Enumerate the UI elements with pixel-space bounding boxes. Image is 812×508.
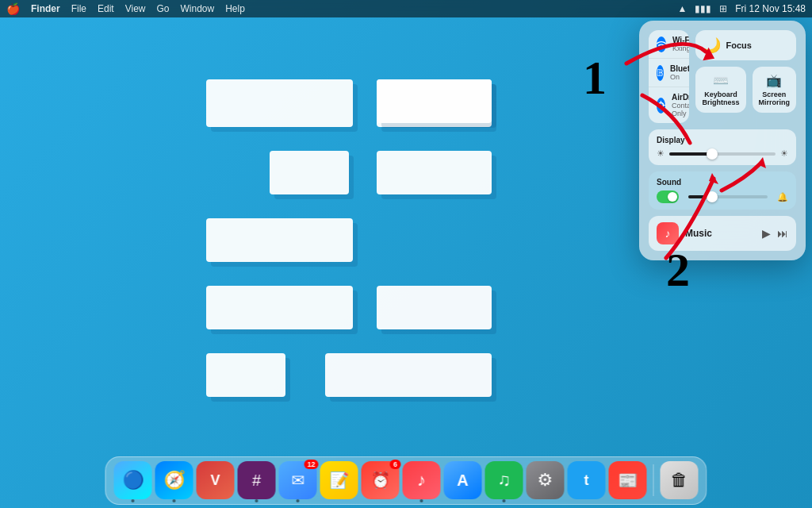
cc-upper-row: Wi-Fi KxingDom 𝔹 Bluetooth On [649, 30, 796, 123]
mail-badge: 12 [304, 460, 318, 469]
volume-track[interactable] [688, 195, 768, 198]
keyboard-brightness-tile[interactable]: ⌨️ KeyboardBrightness [695, 67, 745, 113]
airdrop-tile[interactable]: AirDrop Contacts Only [649, 87, 689, 123]
brightness-low-icon: ☀ [657, 148, 665, 159]
control-center-icon[interactable]: ⊞ [719, 3, 727, 14]
airdrop-text: AirDrop Contacts Only [672, 93, 689, 117]
dock-vivaldi[interactable]: V [197, 461, 235, 499]
display-section: Display ☀ ☀ [649, 129, 796, 165]
screen-mirroring-tile[interactable]: 📺 ScreenMirroring [753, 67, 797, 113]
airdrop-label: AirDrop [672, 93, 689, 102]
cc-right-stack: 🌙 Focus ⌨️ KeyboardBrightness 📺 ScreenMi… [695, 30, 796, 123]
focus-label: Focus [726, 40, 751, 50]
dock-spotify[interactable]: ♫ [485, 461, 523, 499]
display-slider-thumb[interactable] [707, 148, 718, 160]
keyboard-label: KeyboardBrightness [702, 90, 739, 106]
dock-separator [653, 464, 654, 496]
wifi-tile[interactable]: Wi-Fi KxingDom [649, 30, 689, 59]
sound-toggle[interactable] [657, 190, 679, 203]
bluetooth-sublabel: On [670, 73, 689, 81]
desktop-decoration [206, 79, 571, 492]
menu-view[interactable]: View [125, 3, 146, 14]
dock-appstore[interactable]: A [444, 461, 482, 499]
cc-connectivity-stack: Wi-Fi KxingDom 𝔹 Bluetooth On [649, 30, 689, 123]
sound-label: Sound [657, 178, 788, 187]
control-center-panel: Wi-Fi KxingDom 𝔹 Bluetooth On [639, 21, 806, 260]
dock-finder[interactable]: 🔵 [114, 461, 152, 499]
screen-mirror-icon: 📺 [766, 73, 782, 88]
airdrop-icon [657, 98, 665, 114]
focus-icon: 🌙 [703, 37, 721, 54]
menubar-right: ▲ ▮▮▮ ⊞ Fri 12 Nov 15:48 [677, 3, 806, 14]
dock-reminders[interactable]: ⏰ 6 [362, 461, 400, 499]
bluetooth-icon: 𝔹 [657, 65, 664, 81]
focus-tile[interactable]: 🌙 Focus [695, 30, 796, 60]
dock-music-dot [420, 499, 423, 502]
display-label: Display [657, 136, 788, 144]
menu-go[interactable]: Go [157, 3, 170, 14]
wifi-menubar-icon[interactable]: ▲ [677, 3, 687, 14]
bluetooth-label: Bluetooth [670, 64, 689, 73]
menubar-datetime: Fri 12 Nov 15:48 [735, 3, 806, 14]
dock-safari-dot [173, 499, 176, 502]
annotation-number-1: 1 [583, 52, 607, 104]
keyboard-icon: ⌨️ [713, 73, 729, 88]
wifi-text: Wi-Fi KxingDom [672, 36, 689, 52]
wifi-sublabel: KxingDom [672, 44, 689, 52]
dock-settings[interactable]: ⚙ [527, 461, 565, 499]
menu-window[interactable]: Window [181, 3, 215, 14]
app-name[interactable]: Finder [31, 3, 60, 14]
battery-menubar-icon[interactable]: ▮▮▮ [695, 3, 711, 14]
music-app-icon: ♪ [657, 222, 679, 244]
menu-help[interactable]: Help [225, 3, 245, 14]
dock-news[interactable]: 📰 [609, 461, 647, 499]
dock-trash[interactable]: 🗑 [661, 461, 699, 499]
dock-slack[interactable]: # [238, 461, 276, 499]
menu-file[interactable]: File [71, 3, 86, 14]
bluetooth-text: Bluetooth On [670, 64, 689, 81]
dock-notes[interactable]: 📝 [320, 461, 358, 499]
dock-music[interactable]: ♪ [403, 461, 441, 499]
wifi-icon [657, 37, 666, 52]
bluetooth-tile[interactable]: 𝔹 Bluetooth On [649, 59, 689, 87]
music-controls: ▶ ⏭ [762, 227, 788, 240]
wifi-label: Wi-Fi [672, 36, 689, 44]
dock-mail-dot [297, 499, 300, 502]
dock-twitter[interactable]: t [568, 461, 606, 499]
music-tile[interactable]: ♪ Music ▶ ⏭ [649, 216, 796, 251]
display-slider-track[interactable] [669, 152, 776, 156]
display-slider-row: ☀ ☀ [657, 148, 788, 159]
music-forward-button[interactable]: ⏭ [777, 227, 788, 240]
display-slider-fill [669, 152, 712, 156]
menubar: 🍎 Finder File Edit View Go Window Help ▲… [0, 0, 812, 17]
screen-mirror-label: ScreenMirroring [759, 90, 791, 106]
dock-safari[interactable]: 🧭 [155, 461, 193, 499]
menubar-left: 🍎 Finder File Edit View Go Window Help [6, 2, 677, 15]
desktop: 🍎 Finder File Edit View Go Window Help ▲… [0, 0, 812, 508]
menu-edit[interactable]: Edit [98, 3, 114, 14]
music-label: Music [685, 228, 756, 239]
cc-small-tiles: ⌨️ KeyboardBrightness 📺 ScreenMirroring [695, 67, 796, 113]
airdrop-sublabel: Contacts Only [672, 102, 689, 117]
brightness-high-icon: ☀ [780, 148, 788, 159]
sound-mute-icon[interactable]: 🔔 [777, 192, 788, 202]
music-play-button[interactable]: ▶ [762, 227, 771, 240]
sound-section: Sound 🔔 [649, 171, 796, 210]
dock: 🔵 🧭 V # ✉ 12 📝 ⏰ 6 ♪ A [105, 456, 707, 505]
volume-thumb[interactable] [707, 191, 718, 202]
sound-row: 🔔 [657, 190, 788, 203]
sound-toggle-knob [668, 192, 677, 202]
dock-slack-dot [255, 499, 259, 502]
dock-spotify-dot [503, 499, 506, 502]
svg-point-0 [659, 103, 664, 108]
dock-mail[interactable]: ✉ 12 [279, 461, 317, 499]
apple-menu[interactable]: 🍎 [6, 2, 20, 15]
dock-finder-dot [132, 499, 135, 502]
reminders-badge: 6 [390, 460, 401, 469]
